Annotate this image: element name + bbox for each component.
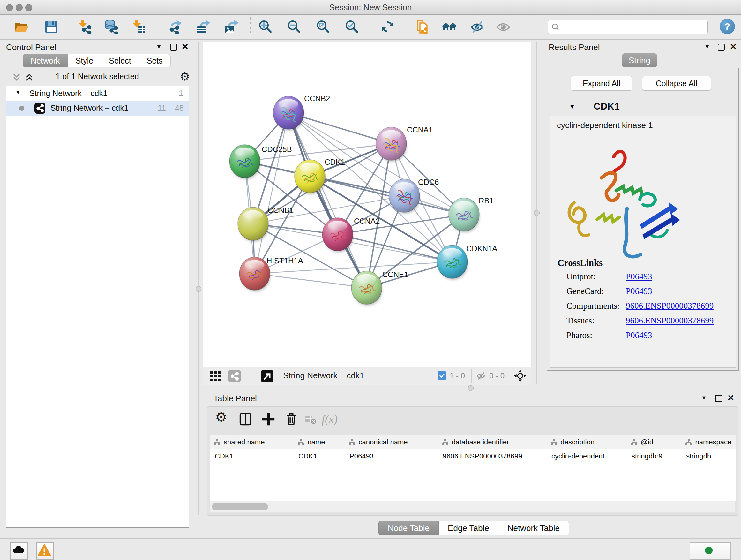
expand-all-button[interactable]: Expand All [570, 76, 632, 91]
delete-column-trash-icon[interactable] [284, 412, 299, 427]
crosslink-value-link[interactable]: P06493 [626, 272, 652, 282]
tab-sets[interactable]: Sets [139, 54, 171, 67]
horizontal-splitter-handle[interactable] [468, 385, 474, 391]
network-node-CDC25B[interactable] [229, 145, 260, 179]
network-node-CCNA2[interactable] [322, 218, 353, 252]
column-header-description[interactable]: description [547, 435, 627, 449]
tab-network[interactable]: Network [23, 54, 68, 67]
table-panel-float-icon[interactable] [715, 395, 722, 402]
control-panel-float-icon[interactable] [170, 44, 177, 51]
memory-button[interactable]: Memory [690, 543, 731, 560]
table-hscrollbar[interactable] [210, 501, 735, 512]
table-options-gear-icon[interactable]: ⚙ [215, 409, 230, 424]
function-builder-icon[interactable]: f(x) [322, 413, 338, 426]
results-panel-close-icon[interactable]: ✕ [730, 42, 737, 52]
table-tabs: Node TableEdge TableNetwork Table [379, 521, 569, 536]
open-session-button[interactable] [14, 19, 29, 35]
zoom-selected-button[interactable] [344, 19, 359, 35]
delete-table-icon[interactable] [305, 415, 317, 425]
zoom-fit-button[interactable] [315, 19, 331, 35]
crosslink-value-link[interactable]: 9606.ENSP00000378699 [626, 301, 714, 311]
column-header-name[interactable]: name [294, 435, 345, 449]
results-tab-string[interactable]: String [622, 53, 657, 67]
zoom-in-button[interactable] [258, 19, 273, 35]
hidden-eye-slash-icon[interactable] [476, 371, 486, 381]
column-header-canonical-name[interactable]: canonical name [345, 435, 438, 449]
open-in-window-icon[interactable] [261, 370, 273, 382]
results-panel-float-icon[interactable] [718, 44, 725, 51]
table-hscrollbar-thumb[interactable] [212, 503, 268, 510]
export-image-button[interactable] [224, 19, 239, 35]
column-header-namespace[interactable]: namespace [682, 435, 736, 449]
tab-edge-table[interactable]: Edge Table [439, 521, 498, 536]
crosslink-label: Pharos: [566, 330, 592, 340]
tab-node-table[interactable]: Node Table [379, 521, 439, 536]
network-node-CCNB1[interactable] [238, 207, 268, 242]
left-splitter-handle[interactable] [196, 286, 201, 292]
network-node-RB1[interactable] [449, 198, 479, 233]
column-header-shared-name[interactable]: shared name [210, 435, 294, 449]
collection-label: String Network – cdk1 [29, 89, 108, 98]
node-label-HIST1H1A: HIST1H1A [266, 256, 303, 265]
network-node-CDK1[interactable] [294, 160, 325, 194]
selected-counts-text: 1 - 0 [450, 371, 465, 380]
tab-select[interactable]: Select [101, 54, 139, 67]
tab-style[interactable]: Style [68, 54, 102, 67]
collapse-all-button[interactable]: Collapse All [642, 76, 711, 91]
network-canvas[interactable]: CCNB2CCNA1CDC25BCDK1CDC6RB1CCNB1CCNA2CDK… [203, 42, 531, 367]
network-collection-row[interactable]: ▼ String Network – cdk1 1 [6, 86, 189, 101]
network-node-HIST1H1A[interactable] [239, 257, 270, 292]
application-window: Session: New Session [0, 0, 741, 560]
zoom-out-button[interactable] [286, 19, 301, 35]
show-all-eye-icon[interactable] [495, 19, 511, 35]
edge-CCNB2-CCNA1 [288, 113, 391, 144]
gene-collapse-icon[interactable]: ▼ [569, 104, 575, 110]
refresh-view-button[interactable] [380, 19, 395, 35]
tab-network-table[interactable]: Network Table [498, 521, 569, 536]
grid-view-icon[interactable] [210, 370, 221, 382]
right-splitter-handle[interactable] [534, 210, 540, 216]
node-label-CCNE1: CCNE1 [382, 270, 408, 279]
search-input[interactable] [562, 21, 704, 33]
protein-structure-image [559, 137, 693, 271]
import-table-from-file-button[interactable] [131, 19, 146, 35]
save-session-button[interactable] [44, 19, 59, 35]
first-neighbors-houses-icon[interactable] [442, 19, 457, 35]
network-options-gear-icon[interactable]: ⚙ [180, 70, 190, 83]
column-header-database-identifier[interactable]: database identifier [438, 435, 547, 449]
export-table-button[interactable] [195, 19, 211, 35]
crosslink-value-link[interactable]: P06493 [626, 330, 652, 340]
warnings-button[interactable] [36, 543, 54, 560]
left-splitter[interactable] [198, 42, 199, 515]
network-row-selected[interactable]: String Network – cdk1 11 48 [6, 101, 189, 116]
collection-count: 1 [179, 89, 183, 98]
node-label-CCNB2: CCNB2 [304, 94, 330, 103]
help-button[interactable]: ? [720, 19, 735, 34]
main-toolbar: ? [0, 15, 741, 40]
export-network-button[interactable] [167, 19, 183, 35]
show-columns-icon[interactable] [238, 412, 253, 427]
column-header-at-id[interactable]: @id [627, 435, 682, 449]
clone-network-button[interactable] [415, 19, 430, 35]
birdseye-navigator-icon[interactable] [514, 369, 527, 382]
table-panel-close-icon[interactable]: ✕ [727, 393, 734, 403]
import-network-from-file-button[interactable] [77, 19, 92, 35]
network-node-CCNA1[interactable] [376, 127, 407, 162]
add-column-icon[interactable] [261, 412, 276, 427]
hide-selected-eye-slash-icon[interactable] [469, 19, 485, 35]
crosslink-value-link[interactable]: 9606.ENSP00000378699 [626, 316, 714, 326]
tree-expand-icon[interactable]: ▼ [15, 89, 21, 96]
selected-checkbox-icon[interactable] [437, 371, 447, 380]
table-panel-collapse-icon[interactable]: ▼ [701, 395, 707, 401]
import-network-from-database-button[interactable] [104, 19, 119, 35]
share-view-icon[interactable] [228, 370, 241, 382]
control-panel-close-icon[interactable]: ✕ [182, 42, 189, 52]
toolbar-search-field[interactable] [548, 20, 708, 35]
cloud-button[interactable] [10, 543, 28, 560]
results-panel-collapse-icon[interactable]: ▼ [704, 44, 710, 50]
table-row[interactable]: CDK1CDK1P064939606.ENSP00000378699cyclin… [210, 449, 736, 463]
network-node-CDKN1A[interactable] [437, 245, 468, 280]
crosslink-value-link[interactable]: P06493 [626, 287, 652, 296]
network-node-CCNE1[interactable] [351, 271, 382, 306]
control-panel-collapse-icon[interactable]: ▼ [156, 44, 162, 50]
